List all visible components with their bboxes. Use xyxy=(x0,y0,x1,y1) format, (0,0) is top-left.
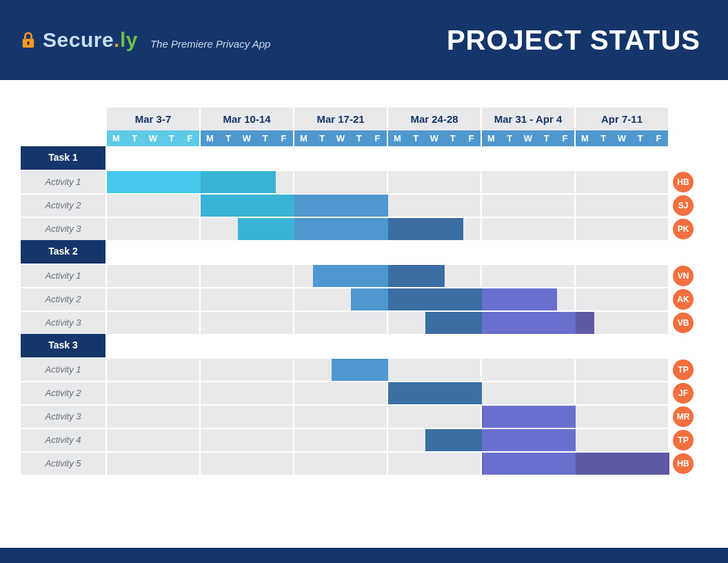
activity-label: Activity 3 xyxy=(21,217,107,240)
activity-label: Activity 1 xyxy=(21,170,107,193)
task-group-spacer-end xyxy=(669,146,697,170)
day-letter: F xyxy=(462,133,481,144)
bar-track xyxy=(576,264,669,287)
day-letter: M xyxy=(388,133,407,144)
bar-track xyxy=(482,170,576,193)
brand-dot: . xyxy=(114,28,120,51)
bar-track xyxy=(107,381,201,404)
bar-track xyxy=(201,170,294,193)
assignee-avatar: HB xyxy=(673,172,694,192)
assignee-avatar: SJ xyxy=(673,195,694,216)
bar-track xyxy=(107,170,201,193)
task-group-spacer xyxy=(294,146,388,170)
bar-track xyxy=(482,193,576,217)
assignee-avatar: JF xyxy=(673,383,694,404)
bar-track xyxy=(388,428,482,451)
app-header: Secure.ly The Premiere Privacy App PROJE… xyxy=(0,0,728,80)
brand-block: Secure.ly The Premiere Privacy App xyxy=(21,28,270,52)
bar-track xyxy=(107,310,201,334)
day-letter: T xyxy=(407,133,425,144)
bar-track xyxy=(576,217,669,240)
bar-track xyxy=(294,287,388,310)
day-letter: W xyxy=(425,133,444,144)
bar-track xyxy=(294,428,388,451)
bar-track xyxy=(388,404,482,428)
assignee-avatar: VB xyxy=(673,313,694,333)
assignee-avatar: MR xyxy=(673,406,694,427)
bar-track xyxy=(294,217,388,240)
assignee-cell: MR xyxy=(669,404,697,428)
day-header: MTWTF xyxy=(201,130,294,146)
week-header: Mar 24-28 xyxy=(388,108,482,130)
task-group-spacer xyxy=(201,240,294,264)
day-letter: T xyxy=(594,133,613,144)
bar-track xyxy=(482,428,576,451)
task-group-spacer xyxy=(388,240,482,264)
bar-track xyxy=(201,264,294,287)
bar-track xyxy=(576,193,669,217)
bar-track xyxy=(294,193,388,217)
bar-track xyxy=(482,451,576,475)
gantt-bar-segment xyxy=(388,382,482,404)
day-letter: F xyxy=(274,133,293,144)
day-letter: F xyxy=(649,133,668,144)
bar-track xyxy=(576,287,669,310)
assignee-avatar: PK xyxy=(673,219,694,239)
bar-track xyxy=(107,193,201,217)
gantt-bar-segment xyxy=(482,312,576,334)
bar-track xyxy=(201,404,294,428)
gantt-bar-segment xyxy=(482,406,576,428)
bar-track xyxy=(294,404,388,428)
bar-track xyxy=(576,428,669,451)
bar-track xyxy=(294,170,388,193)
day-letter: W xyxy=(519,133,538,144)
bar-track xyxy=(388,381,482,404)
day-letter: T xyxy=(219,133,238,144)
activity-label: Activity 1 xyxy=(21,264,107,287)
task-group-spacer xyxy=(576,146,669,170)
page-title: PROJECT STATUS xyxy=(447,25,700,56)
assignee-cell: TP xyxy=(669,428,697,451)
gantt-bar-segment xyxy=(351,288,388,310)
bar-track xyxy=(482,217,576,240)
day-letter: F xyxy=(368,133,387,144)
bar-track xyxy=(482,287,576,310)
task-group-spacer xyxy=(482,240,576,264)
task-group-spacer xyxy=(201,334,294,357)
gantt-bar-segment xyxy=(482,429,576,451)
bar-track xyxy=(576,381,669,404)
task-group-spacer xyxy=(107,240,201,264)
svg-rect-1 xyxy=(28,41,30,46)
activity-label: Activity 5 xyxy=(21,451,107,475)
task-group-spacer xyxy=(388,146,482,170)
day-header: MTWTF xyxy=(482,130,576,146)
logo: Secure.ly xyxy=(21,28,138,52)
bar-track xyxy=(482,357,576,381)
bar-track xyxy=(482,264,576,287)
bar-track xyxy=(576,170,669,193)
task-group-spacer xyxy=(482,146,576,170)
gantt-bar-segment xyxy=(201,171,276,193)
bar-track xyxy=(107,451,201,475)
bar-track xyxy=(201,451,294,475)
assignee-avatar: TP xyxy=(673,359,694,380)
bar-track xyxy=(201,310,294,334)
week-header: Mar 17-21 xyxy=(294,108,388,130)
task-group-spacer xyxy=(294,334,388,357)
gantt-bar-segment xyxy=(388,288,482,310)
activity-label: Activity 4 xyxy=(21,428,107,451)
gantt-bar-segment xyxy=(294,195,388,217)
assignee-cell: SJ xyxy=(669,193,697,217)
day-header: MTWTF xyxy=(107,130,201,146)
task-group-spacer xyxy=(388,334,482,357)
day-letter: F xyxy=(556,133,574,144)
bar-track xyxy=(201,217,294,240)
bar-track xyxy=(201,381,294,404)
bar-track xyxy=(388,287,482,310)
day-letter: W xyxy=(613,133,631,144)
gantt-bar-segment xyxy=(313,265,388,287)
bar-track xyxy=(576,451,669,475)
assignee-avatar: TP xyxy=(673,430,694,451)
day-letter: M xyxy=(107,133,125,144)
day-letter: T xyxy=(537,133,556,144)
